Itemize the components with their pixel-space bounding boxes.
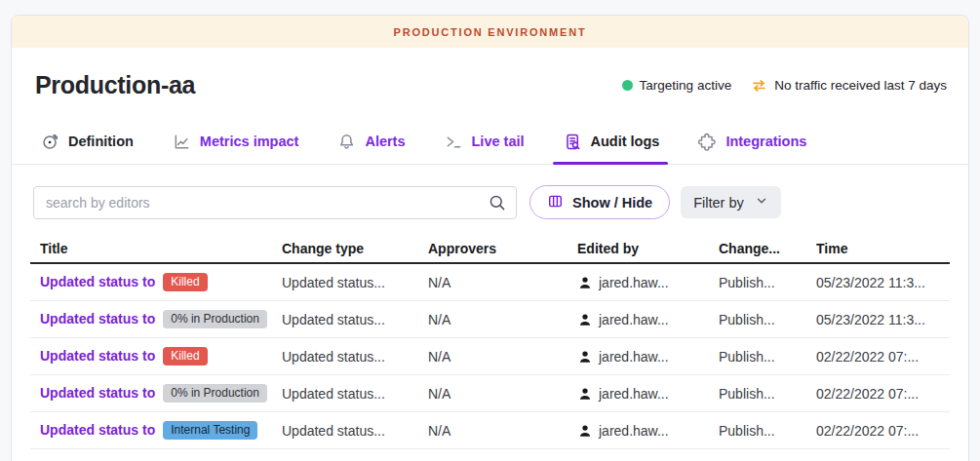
time-cell: 02/22/2022 07:... [816, 349, 950, 365]
environment-banner-label: PRODUCTION ENVIRONMENT [394, 26, 587, 38]
status-targeting: Targeting active [622, 78, 732, 93]
change-cell: Publish... [719, 386, 816, 402]
change-type-cell: Updated status... [282, 312, 428, 327]
edited-by-cell: jared.haw... [577, 386, 719, 402]
edited-by-cell: jared.haw... [577, 312, 719, 327]
page-title: Production-aa [35, 71, 195, 99]
column-header-title: Title [30, 241, 282, 256]
column-header-change: Change... [719, 241, 816, 256]
tab-audit-logs[interactable]: Audit logs [564, 119, 660, 164]
change-cell: Publish... [719, 423, 816, 439]
approvers-cell: N/A [428, 312, 577, 327]
title-cell: Updated status toInternal Testing [30, 421, 282, 440]
column-header-edited-by: Edited by [577, 241, 719, 256]
person-icon [577, 386, 593, 402]
edited-by-text: jared.haw... [599, 275, 669, 290]
title-cell: Updated status to0% in Production [30, 310, 282, 328]
column-header-approvers: Approvers [428, 241, 577, 256]
table-row: Updated status toKilled Updated status..… [30, 264, 950, 301]
card-header: Production-aa Targeting active No traffi… [12, 48, 968, 105]
approvers-cell: N/A [428, 349, 577, 365]
change-type-cell: Updated status... [282, 423, 428, 439]
status-badge: Killed [163, 273, 207, 291]
time-cell: 02/22/2022 07:... [816, 386, 950, 402]
title-cell: Updated status toKilled [30, 273, 282, 291]
show-hide-button[interactable]: Show / Hide [529, 185, 670, 219]
filter-by-label: Filter by [693, 195, 744, 211]
table-header-row: TitleChange typeApproversEdited byChange… [30, 235, 950, 264]
traffic-arrows-icon [751, 77, 767, 94]
audit-log-table: TitleChange typeApproversEdited byChange… [30, 235, 950, 449]
table-row: Updated status toInternal Testing Update… [30, 412, 950, 449]
show-hide-label: Show / Hide [572, 195, 652, 211]
tabs: Definition Metrics impact Alerts Live ta… [12, 119, 968, 165]
title-link[interactable]: Updated status to [40, 348, 155, 364]
change-type-cell: Updated status... [282, 386, 428, 402]
tab-integrations[interactable]: Integrations [698, 119, 806, 164]
tab-definition[interactable]: Definition [41, 119, 134, 164]
chart-icon [173, 133, 191, 151]
environment-banner: PRODUCTION ENVIRONMENT [12, 16, 968, 48]
edited-by-cell: jared.haw... [577, 349, 719, 365]
terminal-icon [445, 133, 463, 151]
search-wrap [33, 186, 517, 219]
edited-by-text: jared.haw... [599, 349, 669, 365]
tab-live-tail[interactable]: Live tail [445, 119, 525, 164]
bell-icon [337, 133, 356, 151]
title-cell: Updated status to0% in Production [30, 384, 282, 403]
edited-by-text: jared.haw... [599, 423, 669, 439]
change-cell: Publish... [719, 312, 816, 327]
person-icon [577, 312, 593, 327]
table-row: Updated status to0% in Production Update… [30, 301, 950, 338]
time-cell: 05/23/2022 11:3... [816, 312, 950, 327]
columns-icon [547, 193, 564, 212]
tab-label: Alerts [365, 134, 405, 149]
tab-label: Integrations [725, 134, 806, 149]
approvers-cell: N/A [428, 386, 577, 402]
search-icon [488, 193, 507, 216]
toolbar: Show / Hide Filter by [12, 165, 968, 231]
title-link[interactable]: Updated status to [40, 274, 155, 289]
title-link[interactable]: Updated status to [40, 385, 155, 401]
filter-by-button[interactable]: Filter by [681, 186, 781, 218]
edited-by-text: jared.haw... [599, 386, 669, 402]
tab-label: Metrics impact [200, 134, 299, 149]
table-row: Updated status to0% in Production Update… [30, 375, 950, 412]
change-type-cell: Updated status... [282, 349, 428, 365]
status-traffic: No traffic received last 7 days [751, 77, 947, 94]
edited-by-cell: jared.haw... [577, 275, 719, 290]
time-cell: 02/22/2022 07:... [816, 423, 950, 439]
person-icon [577, 423, 593, 439]
change-cell: Publish... [719, 349, 816, 365]
search-input[interactable] [33, 186, 517, 219]
green-dot [622, 80, 633, 91]
chevron-down-icon [755, 194, 768, 211]
column-header-time: Time [816, 241, 950, 256]
table-body: Updated status toKilled Updated status..… [30, 264, 950, 449]
column-header-change-type: Change type [282, 241, 428, 256]
title-link[interactable]: Updated status to [40, 422, 155, 438]
table-row: Updated status toKilled Updated status..… [30, 338, 950, 375]
tab-label: Definition [68, 134, 134, 149]
edited-by-text: jared.haw... [599, 312, 669, 327]
person-icon [577, 349, 593, 365]
status-traffic-label: No traffic received last 7 days [774, 78, 947, 93]
tab-alerts[interactable]: Alerts [337, 119, 405, 164]
title-link[interactable]: Updated status to [40, 311, 155, 327]
approvers-cell: N/A [428, 275, 577, 290]
change-cell: Publish... [719, 275, 816, 290]
status-targeting-label: Targeting active [640, 78, 732, 93]
approvers-cell: N/A [428, 423, 577, 439]
puzzle-icon [698, 133, 717, 151]
goal-icon [41, 133, 59, 151]
status-badge: 0% in Production [163, 310, 267, 328]
title-cell: Updated status toKilled [30, 347, 282, 365]
status-group: Targeting active No traffic received las… [622, 77, 947, 94]
tab-metrics-impact[interactable]: Metrics impact [173, 119, 299, 164]
tab-label: Audit logs [591, 134, 660, 149]
person-icon [577, 275, 593, 290]
audit-log-icon [564, 133, 582, 151]
status-badge: Internal Testing [163, 421, 257, 440]
status-badge: 0% in Production [163, 384, 267, 403]
edited-by-cell: jared.haw... [577, 423, 719, 439]
